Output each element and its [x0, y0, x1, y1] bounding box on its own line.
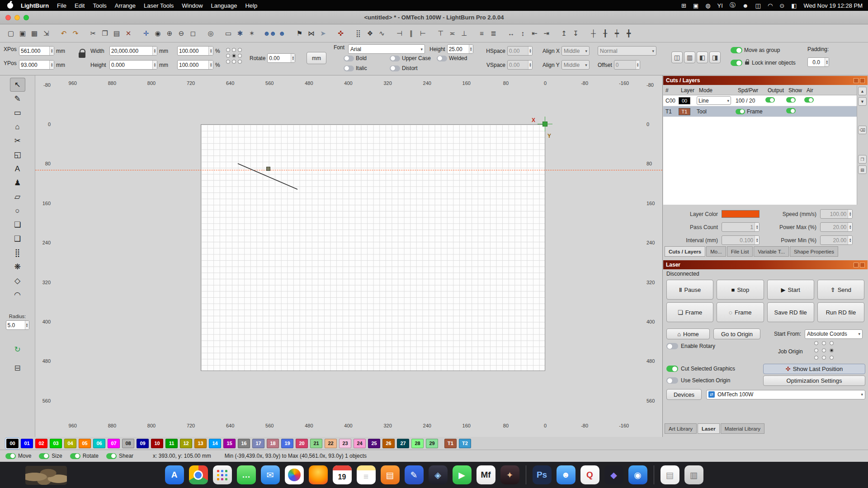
use-selection-origin-toggle[interactable] [666, 377, 678, 384]
copy-along-path[interactable]: ∿ [376, 28, 387, 39]
offset-stepper[interactable] [636, 61, 640, 69]
wifi-icon[interactable]: ◠ [768, 2, 773, 9]
vspace-stepper[interactable] [528, 61, 532, 69]
displays-icon[interactable]: ◫ [755, 2, 761, 9]
align-middle[interactable]: ≍ [446, 28, 458, 39]
rotate-stepper[interactable] [291, 54, 295, 62]
menu-help[interactable]: Help [241, 2, 261, 9]
undock-panel-icon[interactable] [854, 263, 859, 267]
height-percent-field[interactable] [177, 60, 213, 70]
palette-chip-07[interactable]: 07 [108, 439, 120, 448]
draw-lines-tool[interactable]: ✎ [10, 92, 25, 106]
rotate-toggle[interactable] [70, 453, 80, 459]
snap-center[interactable]: ┼ [587, 28, 599, 39]
palette-chip-01[interactable]: 01 [21, 439, 33, 448]
weld-mode-select[interactable]: Normal▾ [598, 46, 656, 56]
align-top[interactable]: ⊤ [434, 28, 446, 39]
selection-handle[interactable] [266, 167, 270, 171]
apple-menu-icon[interactable] [7, 3, 13, 9]
s-badge-icon[interactable]: Ⓢ [730, 1, 736, 9]
alignx-select[interactable]: Middle▾ [561, 46, 590, 56]
job-origin-radio[interactable] [822, 348, 826, 352]
palette-chip-08[interactable]: 08 [122, 439, 134, 448]
delete[interactable]: ✕ [122, 28, 134, 39]
mirror-horizontal[interactable]: ⋈ [305, 28, 317, 39]
menu-arrange[interactable]: Arrange [111, 2, 140, 9]
send-to-laser[interactable]: ➤ [317, 28, 329, 39]
control-center-icon[interactable]: ◧ [791, 2, 797, 9]
dock-mf-app[interactable]: Mf [476, 465, 495, 484]
start-button[interactable]: ▶Start [767, 280, 814, 300]
preview[interactable]: ⚑ [293, 28, 305, 39]
undock-panel-icon[interactable] [854, 78, 859, 83]
italic-toggle[interactable] [344, 66, 354, 71]
layer-paste-button[interactable]: ▤ [858, 165, 867, 174]
tab-move[interactable]: Mo... [706, 246, 726, 257]
palette-chip-t2[interactable]: T2 [459, 439, 471, 448]
palette-chip-20[interactable]: 20 [296, 439, 308, 448]
user-library[interactable]: ☻☻ [263, 28, 276, 39]
print-cut-tool[interactable]: ⊟ [10, 361, 25, 375]
screen-capture[interactable]: ▭ [222, 28, 234, 39]
layer-swatch[interactable]: 00 [679, 97, 690, 104]
undo[interactable]: ↶ [57, 28, 69, 39]
dock-app-store[interactable]: A [165, 465, 184, 484]
width-percent-field[interactable] [177, 46, 213, 56]
arrange-icon-2[interactable]: ▥ [684, 52, 695, 63]
aligny-select[interactable]: Middle▾ [561, 60, 590, 70]
menu-language[interactable]: Language [207, 2, 241, 9]
palette-chip-29[interactable]: 29 [426, 439, 438, 448]
zoom-out[interactable]: ⊖ [175, 28, 187, 39]
height-stepper[interactable] [152, 61, 157, 69]
snap-grid[interactable]: ╋ [623, 28, 634, 39]
palette-chip-25[interactable]: 25 [368, 439, 380, 448]
shear-toggle[interactable] [106, 453, 117, 459]
send-button[interactable]: ⇧Send [817, 280, 864, 300]
layer-swatch[interactable]: T1 [679, 108, 690, 115]
edit-nodes-tool[interactable]: ✂ [10, 134, 25, 148]
grid-array-tool[interactable]: ⣿ [10, 246, 25, 260]
stop-button[interactable]: ■Stop [717, 280, 764, 300]
run-rd-file-button[interactable]: Run RD file [817, 302, 864, 322]
interval-field[interactable] [722, 235, 760, 245]
radius-field[interactable] [6, 320, 29, 330]
interval-stepper[interactable] [755, 236, 759, 244]
menu-file[interactable]: File [53, 2, 71, 9]
palette-chip-03[interactable]: 03 [50, 439, 62, 448]
unit-toggle-button[interactable]: mm [307, 52, 326, 64]
home-button[interactable]: ⌂Home [666, 328, 710, 339]
welded-toggle[interactable] [437, 56, 447, 61]
dock-app-dark[interactable]: ◈ [429, 465, 448, 484]
menu-edit[interactable]: Edit [71, 2, 89, 9]
dock-chrome[interactable] [189, 465, 208, 484]
output-toggle[interactable] [765, 97, 775, 103]
go-to-origin-button[interactable]: Go to Origin [713, 328, 760, 339]
close-panel-icon[interactable] [860, 78, 865, 83]
palette-chip-14[interactable]: 14 [209, 439, 221, 448]
optimize-tool[interactable]: ❋ [10, 260, 25, 274]
power-min-field[interactable] [820, 235, 853, 245]
distribute-v[interactable]: ≣ [487, 28, 499, 39]
ypos-stepper[interactable] [49, 61, 54, 69]
enable-rotary-toggle[interactable] [666, 343, 678, 349]
import-file[interactable]: ⇲ [40, 28, 52, 39]
frame-rect-button[interactable]: ❏Frame [666, 302, 713, 322]
window-titlebar[interactable]: <untitled> * - OMTech 100W - LightBurn P… [0, 11, 868, 24]
arc-tool[interactable]: ◠ [10, 288, 25, 302]
menu-window[interactable]: Window [178, 2, 207, 9]
air-toggle[interactable] [804, 97, 814, 103]
align-left[interactable]: ⊣ [393, 28, 405, 39]
dock-photoshop[interactable]: Ps [533, 465, 552, 484]
anchor-radio[interactable] [226, 48, 230, 52]
layer-move-down-button[interactable]: ▼ [858, 97, 867, 106]
width-percent-stepper[interactable] [208, 47, 213, 55]
open-file[interactable]: ▣ [16, 28, 28, 39]
optimization-settings-button[interactable]: Optimization Settings [763, 375, 865, 386]
speed-stepper[interactable] [848, 210, 852, 218]
tab-variable-text[interactable]: Variable T... [754, 246, 789, 257]
dock-app-blue-round[interactable]: ◉ [628, 465, 647, 484]
zoom-window-button[interactable] [24, 15, 29, 20]
job-origin-radio-selected[interactable] [830, 348, 834, 352]
dock-mail[interactable]: ✉ [261, 465, 280, 484]
start-from-select[interactable]: Absolute Coords▾ [805, 329, 863, 339]
